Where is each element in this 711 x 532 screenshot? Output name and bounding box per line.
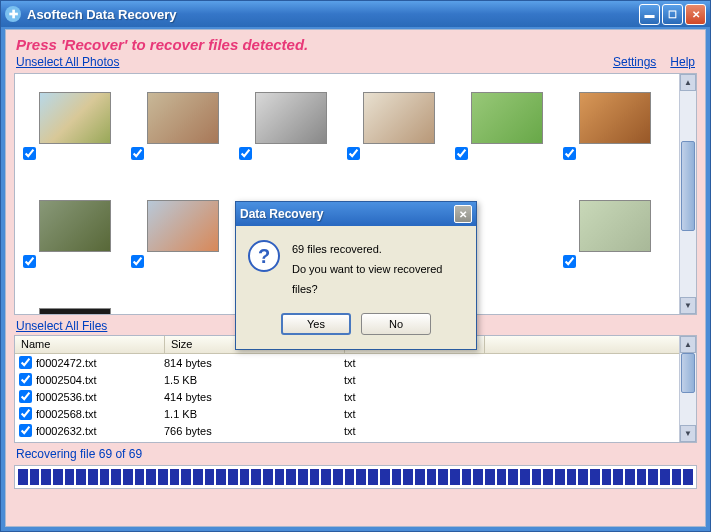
photo-item[interactable] <box>561 192 669 300</box>
progress-bar <box>14 465 697 489</box>
top-links: Unselect All Photos Settings Help <box>6 55 705 73</box>
photo-thumbnail[interactable] <box>39 200 111 252</box>
file-size: 1.5 KB <box>164 374 344 386</box>
unselect-photos-link[interactable]: Unselect All Photos <box>16 55 119 69</box>
photo-item[interactable] <box>129 84 237 192</box>
photo-item[interactable] <box>21 84 129 192</box>
table-row[interactable]: f0002568.txt1.1 KBtxt <box>15 405 696 422</box>
dialog-titlebar: Data Recovery ✕ <box>236 202 476 226</box>
scroll-down-icon[interactable]: ▼ <box>680 297 696 314</box>
dialog-line1: 69 files recovered. <box>292 240 464 260</box>
photo-checkbox[interactable] <box>131 255 144 268</box>
photo-thumbnail[interactable] <box>471 92 543 144</box>
photo-scrollbar[interactable]: ▲ ▼ <box>679 74 696 314</box>
minimize-button[interactable]: ▬ <box>639 4 660 25</box>
photo-checkbox[interactable] <box>563 255 576 268</box>
scroll-thumb[interactable] <box>681 141 695 231</box>
no-button[interactable]: No <box>361 313 431 335</box>
file-panel: Name Size Extension f0002472.txt814 byte… <box>14 335 697 443</box>
photo-thumbnail[interactable] <box>579 200 651 252</box>
file-size: 766 bytes <box>164 425 344 437</box>
file-checkbox[interactable] <box>19 356 32 369</box>
photo-item[interactable] <box>453 84 561 192</box>
file-checkbox[interactable] <box>19 407 32 420</box>
file-name: f0002504.txt <box>36 374 164 386</box>
photo-checkbox[interactable] <box>131 147 144 160</box>
dialog-body: ? 69 files recovered. Do you want to vie… <box>236 226 476 307</box>
status-text: Recovering file 69 of 69 <box>6 443 705 463</box>
photo-item[interactable] <box>21 192 129 300</box>
photo-checkbox[interactable] <box>23 255 36 268</box>
file-name: f0002472.txt <box>36 357 164 369</box>
file-scrollbar[interactable]: ▲ ▼ <box>679 336 696 442</box>
file-name: f0002536.txt <box>36 391 164 403</box>
app-icon: ✚ <box>5 6 21 22</box>
file-checkbox[interactable] <box>19 390 32 403</box>
file-ext: txt <box>344 357 484 369</box>
file-size: 814 bytes <box>164 357 344 369</box>
col-name[interactable]: Name <box>15 336 165 353</box>
scroll-up-icon[interactable]: ▲ <box>680 74 696 91</box>
main-window: ✚ Asoftech Data Recovery ▬ ☐ ✕ Press 'Re… <box>0 0 711 532</box>
file-checkbox[interactable] <box>19 373 32 386</box>
photo-checkbox[interactable] <box>239 147 252 160</box>
dialog-buttons: Yes No <box>236 307 476 349</box>
photo-thumbnail[interactable] <box>39 308 111 315</box>
table-row[interactable]: f0002472.txt814 bytestxt <box>15 354 696 371</box>
photo-checkbox[interactable] <box>455 147 468 160</box>
dialog-message: 69 files recovered. Do you want to view … <box>292 240 464 299</box>
photo-checkbox[interactable] <box>23 147 36 160</box>
file-checkbox[interactable] <box>19 424 32 437</box>
maximize-button[interactable]: ☐ <box>662 4 683 25</box>
dialog-title: Data Recovery <box>240 207 454 221</box>
titlebar: ✚ Asoftech Data Recovery ▬ ☐ ✕ <box>1 1 710 27</box>
photo-thumbnail[interactable] <box>147 92 219 144</box>
photo-item[interactable] <box>129 192 237 300</box>
file-name: f0002632.txt <box>36 425 164 437</box>
col-spacer <box>485 336 696 353</box>
table-row[interactable]: f0002504.txt1.5 KBtxt <box>15 371 696 388</box>
close-button[interactable]: ✕ <box>685 4 706 25</box>
photo-item[interactable] <box>237 84 345 192</box>
help-link[interactable]: Help <box>670 55 695 69</box>
window-title: Asoftech Data Recovery <box>27 7 637 22</box>
file-ext: txt <box>344 425 484 437</box>
file-ext: txt <box>344 408 484 420</box>
photo-checkbox[interactable] <box>347 147 360 160</box>
yes-button[interactable]: Yes <box>281 313 351 335</box>
photo-checkbox[interactable] <box>563 147 576 160</box>
instruction-text: Press 'Recover' to recover files detecte… <box>6 30 705 55</box>
dialog-line2: Do you want to view recovered files? <box>292 260 464 300</box>
file-size: 1.1 KB <box>164 408 344 420</box>
photo-item[interactable] <box>561 84 669 192</box>
table-row[interactable]: f0002536.txt414 bytestxt <box>15 388 696 405</box>
table-row[interactable]: f0002632.txt766 bytestxt <box>15 422 696 439</box>
photo-item[interactable] <box>345 84 453 192</box>
photo-thumbnail[interactable] <box>363 92 435 144</box>
file-name: f0002568.txt <box>36 408 164 420</box>
file-ext: txt <box>344 391 484 403</box>
scroll-down-icon[interactable]: ▼ <box>680 425 696 442</box>
file-size: 414 bytes <box>164 391 344 403</box>
scroll-up-icon[interactable]: ▲ <box>680 336 696 353</box>
recovery-dialog: Data Recovery ✕ ? 69 files recovered. Do… <box>235 201 477 350</box>
photo-thumbnail[interactable] <box>579 92 651 144</box>
unselect-files-link[interactable]: Unselect All Files <box>16 319 107 333</box>
photo-thumbnail[interactable] <box>147 200 219 252</box>
file-rows: f0002472.txt814 bytestxt f0002504.txt1.5… <box>15 354 696 439</box>
scroll-thumb[interactable] <box>681 353 695 393</box>
file-ext: txt <box>344 374 484 386</box>
photo-thumbnail[interactable] <box>255 92 327 144</box>
question-icon: ? <box>248 240 280 272</box>
photo-thumbnail[interactable] <box>39 92 111 144</box>
dialog-close-button[interactable]: ✕ <box>454 205 472 223</box>
settings-link[interactable]: Settings <box>613 55 656 69</box>
photo-item[interactable] <box>21 300 129 315</box>
